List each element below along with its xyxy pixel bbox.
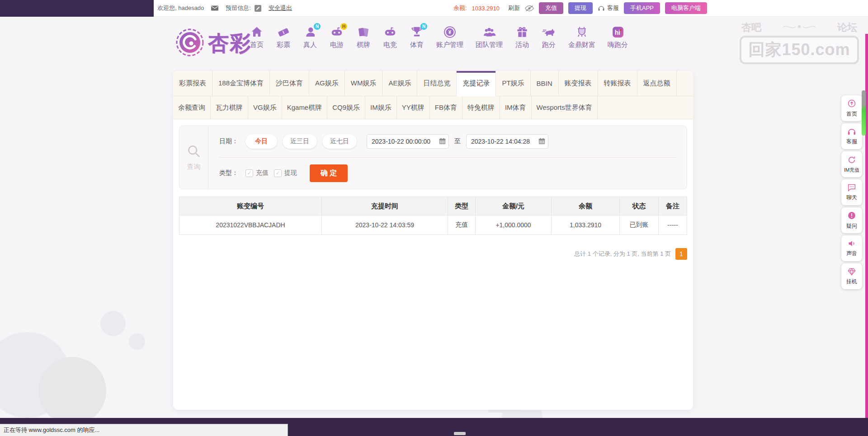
date-to-wrap <box>466 134 548 149</box>
query-section: 查询 <box>179 126 208 189</box>
nav-item-egames[interactable]: H 电游 <box>330 25 344 49</box>
sidebar-item-chat[interactable]: 聊天 <box>841 179 862 205</box>
nav-label: 彩票 <box>277 41 290 49</box>
withdraw-button[interactable]: 提现 <box>568 2 593 14</box>
tab-cq9[interactable]: CQ9娱乐 <box>327 96 365 119</box>
tab-wali-cards[interactable]: 瓦力棋牌 <box>211 96 248 119</box>
logout-link[interactable]: 安全退出 <box>269 4 292 12</box>
date-to-input[interactable] <box>466 134 548 149</box>
tab-daily-summary[interactable]: 日结总览 <box>417 71 457 96</box>
headset-icon <box>598 5 605 11</box>
pc-client-button[interactable]: 电脑客户端 <box>665 2 707 14</box>
calendar-icon[interactable] <box>439 138 446 146</box>
tab-wm[interactable]: WM娱乐 <box>345 71 383 96</box>
live-dealer-icon: N <box>303 25 317 39</box>
headset-icon <box>847 127 856 137</box>
deposit-checkbox[interactable] <box>245 169 253 177</box>
mobile-app-button[interactable]: 手机APP <box>624 2 660 14</box>
speaker-icon <box>847 239 856 249</box>
nav-label: 团队管理 <box>476 41 503 49</box>
tab-fb-sports[interactable]: FB体育 <box>430 96 462 119</box>
cell-balance: 1,033.2910 <box>552 216 620 235</box>
cell-time: 2023-10-22 14:03:59 <box>322 216 448 235</box>
pagination-summary: 总计 1 个记录, 分为 1 页, 当前第 1 页 <box>574 250 671 258</box>
type-option-withdraw[interactable]: 提现 <box>274 169 297 177</box>
main-nav: 首页 彩票 N 真人 H 电游 <box>250 25 628 49</box>
withdraw-checkbox[interactable] <box>274 169 282 177</box>
nav-label: 电游 <box>330 41 344 49</box>
tab-ae[interactable]: AE娱乐 <box>382 71 417 96</box>
tab-yy-cards[interactable]: YY棋牌 <box>397 96 430 119</box>
date-from-wrap <box>367 134 449 149</box>
gem-icon <box>847 267 856 277</box>
sidebar-label: 声音 <box>846 250 857 258</box>
team-icon <box>482 25 496 39</box>
tab-kgame[interactable]: Kgame棋牌 <box>282 96 328 119</box>
tab-bbin[interactable]: BBIN <box>531 71 559 96</box>
quick-range-today[interactable]: 今日 <box>245 134 277 149</box>
horizontal-scrollbar-thumb[interactable] <box>454 432 466 435</box>
home-icon <box>250 25 264 39</box>
vertical-scrollbar-thumb[interactable] <box>862 90 866 136</box>
tab-transfer-report[interactable]: 转账报表 <box>598 71 637 96</box>
tab-account-change-report[interactable]: 账变报表 <box>559 71 598 96</box>
tab-vg[interactable]: VG娱乐 <box>248 96 282 119</box>
tab-rebate-total[interactable]: 返点总额 <box>637 71 677 96</box>
report-tabs-row2: 余额查询 瓦力棋牌 VG娱乐 Kgame棋牌 CQ9娱乐 IM娱乐 YY棋牌 F… <box>173 96 693 119</box>
sidebar-label: IM充值 <box>844 167 859 173</box>
nav-item-paofen[interactable]: 跑分 <box>542 25 556 49</box>
tab-im-games[interactable]: IM娱乐 <box>365 96 397 119</box>
sidebar-item-service[interactable]: 客服 <box>841 123 862 149</box>
sidebar-item-top[interactable]: 首页 <box>841 95 862 121</box>
tab-saba-sports[interactable]: 沙巴体育 <box>270 71 309 96</box>
nav-item-account[interactable]: ¥ 账户管理 <box>436 25 463 49</box>
nav-item-lottery[interactable]: 彩票 <box>276 25 291 49</box>
nav-item-hi-paofen[interactable]: hi 嗨跑分 <box>608 25 628 49</box>
tab-balance-query[interactable]: 余额查询 <box>173 96 211 119</box>
refresh-button[interactable]: 刷新 <box>508 4 520 12</box>
date-from-input[interactable] <box>367 134 449 149</box>
nav-item-team[interactable]: 团队管理 <box>476 25 503 49</box>
service-link[interactable]: 客服 <box>598 4 619 12</box>
edit-pencil-icon[interactable] <box>255 5 261 12</box>
eye-off-icon[interactable] <box>525 5 534 12</box>
sidebar-label: 疑问 <box>846 222 857 230</box>
recharge-refresh-icon <box>847 155 856 166</box>
page: 2 欢迎您, hadesado 预留信息: 安全退出 余额: 1033.2910… <box>0 0 868 436</box>
nav-item-esports[interactable]: 电竞 <box>383 25 397 49</box>
nav-item-home[interactable]: 首页 <box>250 25 264 49</box>
sidebar-item-sound[interactable]: 声音 <box>841 235 862 261</box>
tab-pt[interactable]: PT娱乐 <box>496 71 530 96</box>
deposit-button[interactable]: 充值 <box>539 2 563 14</box>
calendar-icon[interactable] <box>538 138 545 146</box>
tab-tetu-cards[interactable]: 特兔棋牌 <box>462 96 500 119</box>
nav-item-cards[interactable]: 棋牌 <box>356 25 371 49</box>
site-logo[interactable]: 杏彩 <box>175 28 251 59</box>
envelope-icon[interactable] <box>211 5 218 11</box>
watermark-right-text: 论坛 <box>837 21 857 34</box>
tab-lottery-report[interactable]: 彩票报表 <box>173 71 212 96</box>
nav-item-promotions[interactable]: 活动 <box>515 25 529 49</box>
nav-label: 体育 <box>410 41 424 49</box>
page-1-button[interactable]: 1 <box>675 248 687 260</box>
sidebar-item-idle[interactable]: 挂机 <box>841 263 862 289</box>
sidebar-label: 聊天 <box>846 194 857 202</box>
rhino-icon <box>542 25 556 39</box>
type-option-deposit[interactable]: 充值 <box>245 169 269 177</box>
cell-note: ----- <box>659 216 687 235</box>
sidebar-item-im-recharge[interactable]: IM充值 <box>841 151 862 177</box>
sidebar-item-question[interactable]: 疑问 <box>841 207 862 233</box>
quick-range-7days[interactable]: 近七日 <box>322 134 357 149</box>
tab-188bet-sports[interactable]: 188金宝博体育 <box>212 71 270 96</box>
tab-wesports[interactable]: Wesports世界体育 <box>532 96 598 119</box>
tab-ag[interactable]: AG娱乐 <box>309 71 345 96</box>
tab-deposit-withdraw-records[interactable]: 充提记录 <box>457 71 496 96</box>
sidebar-label: 挂机 <box>846 278 857 286</box>
nav-item-wealth[interactable]: 金鼎财富 <box>568 25 595 49</box>
nav-item-sports[interactable]: N 体育 <box>410 25 424 49</box>
hot-badge: H <box>340 23 347 30</box>
quick-range-3days[interactable]: 近三日 <box>283 134 317 149</box>
nav-item-live[interactable]: N 真人 <box>303 25 317 49</box>
confirm-button[interactable]: 确 定 <box>310 164 348 182</box>
tab-im-sports[interactable]: IM体育 <box>500 96 532 119</box>
